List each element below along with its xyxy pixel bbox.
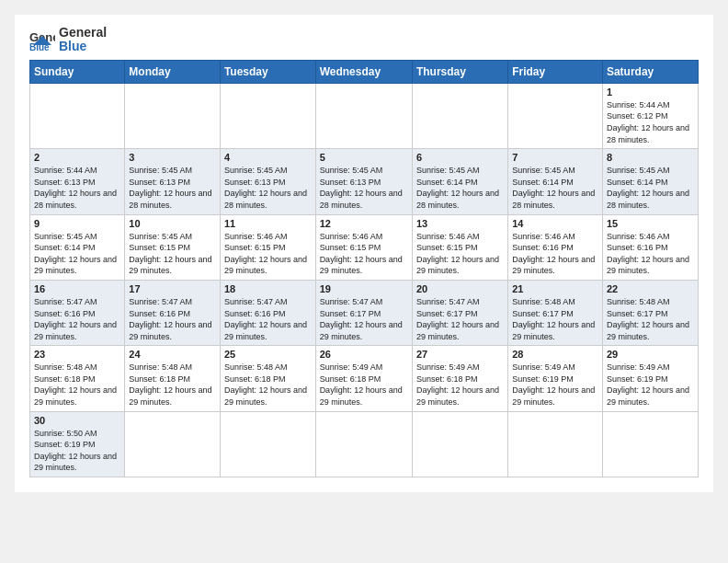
day-cell (412, 83, 507, 148)
day-cell: 5Sunrise: 5:45 AM Sunset: 6:13 PM Daylig… (315, 149, 412, 214)
day-cell (125, 411, 221, 477)
day-info: Sunrise: 5:50 AM Sunset: 6:19 PM Dayligh… (34, 428, 120, 474)
day-info: Sunrise: 5:45 AM Sunset: 6:14 PM Dayligh… (607, 165, 694, 211)
week-row: 9Sunrise: 5:45 AM Sunset: 6:14 PM Daylig… (30, 214, 699, 280)
day-number: 6 (416, 152, 504, 163)
day-number: 2 (34, 152, 120, 163)
day-number: 17 (129, 283, 216, 294)
day-cell: 13Sunrise: 5:46 AM Sunset: 6:15 PM Dayli… (412, 214, 507, 280)
day-cell (602, 411, 698, 477)
day-number: 28 (512, 349, 598, 360)
day-cell: 21Sunrise: 5:48 AM Sunset: 6:17 PM Dayli… (508, 280, 603, 345)
logo-icon: General Blue (29, 29, 55, 51)
day-info: Sunrise: 5:49 AM Sunset: 6:18 PM Dayligh… (416, 362, 504, 408)
day-info: Sunrise: 5:46 AM Sunset: 6:15 PM Dayligh… (224, 231, 312, 277)
day-number: 13 (416, 218, 504, 229)
day-cell (220, 83, 315, 148)
day-number: 23 (34, 349, 120, 360)
day-number: 18 (224, 283, 312, 294)
week-row: 2Sunrise: 5:44 AM Sunset: 6:13 PM Daylig… (30, 149, 699, 214)
day-cell: 28Sunrise: 5:49 AM Sunset: 6:19 PM Dayli… (508, 346, 603, 411)
day-number: 11 (224, 218, 312, 229)
day-info: Sunrise: 5:45 AM Sunset: 6:13 PM Dayligh… (224, 165, 312, 211)
day-cell: 4Sunrise: 5:45 AM Sunset: 6:13 PM Daylig… (220, 149, 315, 214)
day-number: 29 (607, 349, 694, 360)
day-number: 27 (416, 349, 504, 360)
day-cell: 2Sunrise: 5:44 AM Sunset: 6:13 PM Daylig… (30, 149, 125, 214)
day-cell: 10Sunrise: 5:45 AM Sunset: 6:15 PM Dayli… (125, 214, 221, 280)
day-cell (508, 83, 603, 148)
day-cell: 18Sunrise: 5:47 AM Sunset: 6:16 PM Dayli… (220, 280, 315, 345)
day-info: Sunrise: 5:46 AM Sunset: 6:16 PM Dayligh… (607, 231, 694, 277)
week-row: 23Sunrise: 5:48 AM Sunset: 6:18 PM Dayli… (30, 346, 699, 411)
day-info: Sunrise: 5:47 AM Sunset: 6:17 PM Dayligh… (416, 296, 504, 342)
logo: General Blue General Blue (29, 26, 107, 54)
day-cell: 6Sunrise: 5:45 AM Sunset: 6:14 PM Daylig… (412, 149, 507, 214)
day-cell (315, 83, 412, 148)
day-cell: 1Sunrise: 5:44 AM Sunset: 6:12 PM Daylig… (602, 83, 698, 148)
col-header-saturday: Saturday (602, 60, 698, 83)
day-info: Sunrise: 5:45 AM Sunset: 6:14 PM Dayligh… (416, 165, 504, 211)
header: General Blue General Blue (29, 26, 699, 54)
day-info: Sunrise: 5:45 AM Sunset: 6:13 PM Dayligh… (129, 165, 216, 211)
day-cell (220, 411, 315, 477)
day-number: 22 (607, 283, 694, 294)
day-cell: 16Sunrise: 5:47 AM Sunset: 6:16 PM Dayli… (30, 280, 125, 345)
day-number: 14 (512, 218, 598, 229)
day-cell: 22Sunrise: 5:48 AM Sunset: 6:17 PM Dayli… (602, 280, 698, 345)
day-info: Sunrise: 5:44 AM Sunset: 6:13 PM Dayligh… (34, 165, 120, 211)
day-info: Sunrise: 5:48 AM Sunset: 6:18 PM Dayligh… (224, 362, 312, 408)
day-number: 16 (34, 283, 120, 294)
day-info: Sunrise: 5:47 AM Sunset: 6:16 PM Dayligh… (34, 296, 120, 342)
day-cell: 19Sunrise: 5:47 AM Sunset: 6:17 PM Dayli… (315, 280, 412, 345)
day-number: 4 (224, 152, 312, 163)
day-info: Sunrise: 5:47 AM Sunset: 6:16 PM Dayligh… (129, 296, 216, 342)
day-info: Sunrise: 5:46 AM Sunset: 6:15 PM Dayligh… (416, 231, 504, 277)
day-info: Sunrise: 5:49 AM Sunset: 6:19 PM Dayligh… (607, 362, 694, 408)
col-header-sunday: Sunday (30, 60, 125, 83)
day-cell: 20Sunrise: 5:47 AM Sunset: 6:17 PM Dayli… (412, 280, 507, 345)
day-info: Sunrise: 5:49 AM Sunset: 6:18 PM Dayligh… (320, 362, 408, 408)
week-row: 30Sunrise: 5:50 AM Sunset: 6:19 PM Dayli… (30, 411, 699, 477)
calendar-table: SundayMondayTuesdayWednesdayThursdayFrid… (29, 60, 699, 477)
day-number: 3 (129, 152, 216, 163)
day-cell: 30Sunrise: 5:50 AM Sunset: 6:19 PM Dayli… (30, 411, 125, 477)
day-cell (508, 411, 603, 477)
day-cell: 26Sunrise: 5:49 AM Sunset: 6:18 PM Dayli… (315, 346, 412, 411)
day-info: Sunrise: 5:45 AM Sunset: 6:14 PM Dayligh… (512, 165, 598, 211)
day-cell: 12Sunrise: 5:46 AM Sunset: 6:15 PM Dayli… (315, 214, 412, 280)
day-info: Sunrise: 5:44 AM Sunset: 6:12 PM Dayligh… (607, 99, 694, 145)
day-number: 26 (320, 349, 408, 360)
day-cell: 25Sunrise: 5:48 AM Sunset: 6:18 PM Dayli… (220, 346, 315, 411)
col-header-tuesday: Tuesday (220, 60, 315, 83)
day-cell (315, 411, 412, 477)
day-number: 30 (34, 415, 120, 426)
day-number: 19 (320, 283, 408, 294)
header-row: SundayMondayTuesdayWednesdayThursdayFrid… (30, 60, 699, 83)
day-info: Sunrise: 5:46 AM Sunset: 6:16 PM Dayligh… (512, 231, 598, 277)
day-number: 25 (224, 349, 312, 360)
day-number: 9 (34, 218, 120, 229)
col-header-friday: Friday (508, 60, 603, 83)
day-cell: 8Sunrise: 5:45 AM Sunset: 6:14 PM Daylig… (602, 149, 698, 214)
day-cell: 23Sunrise: 5:48 AM Sunset: 6:18 PM Dayli… (30, 346, 125, 411)
day-number: 12 (320, 218, 408, 229)
day-info: Sunrise: 5:48 AM Sunset: 6:18 PM Dayligh… (34, 362, 120, 408)
day-cell: 15Sunrise: 5:46 AM Sunset: 6:16 PM Dayli… (602, 214, 698, 280)
week-row: 16Sunrise: 5:47 AM Sunset: 6:16 PM Dayli… (30, 280, 699, 345)
day-info: Sunrise: 5:48 AM Sunset: 6:17 PM Dayligh… (512, 296, 598, 342)
col-header-wednesday: Wednesday (315, 60, 412, 83)
day-number: 20 (416, 283, 504, 294)
day-info: Sunrise: 5:46 AM Sunset: 6:15 PM Dayligh… (320, 231, 408, 277)
col-header-thursday: Thursday (412, 60, 507, 83)
day-info: Sunrise: 5:49 AM Sunset: 6:19 PM Dayligh… (512, 362, 598, 408)
day-cell: 29Sunrise: 5:49 AM Sunset: 6:19 PM Dayli… (602, 346, 698, 411)
day-cell: 3Sunrise: 5:45 AM Sunset: 6:13 PM Daylig… (125, 149, 221, 214)
day-cell (30, 83, 125, 148)
day-info: Sunrise: 5:47 AM Sunset: 6:16 PM Dayligh… (224, 296, 312, 342)
day-cell: 11Sunrise: 5:46 AM Sunset: 6:15 PM Dayli… (220, 214, 315, 280)
svg-text:Blue: Blue (29, 42, 50, 51)
day-info: Sunrise: 5:45 AM Sunset: 6:13 PM Dayligh… (320, 165, 408, 211)
day-cell: 7Sunrise: 5:45 AM Sunset: 6:14 PM Daylig… (508, 149, 603, 214)
day-cell: 27Sunrise: 5:49 AM Sunset: 6:18 PM Dayli… (412, 346, 507, 411)
